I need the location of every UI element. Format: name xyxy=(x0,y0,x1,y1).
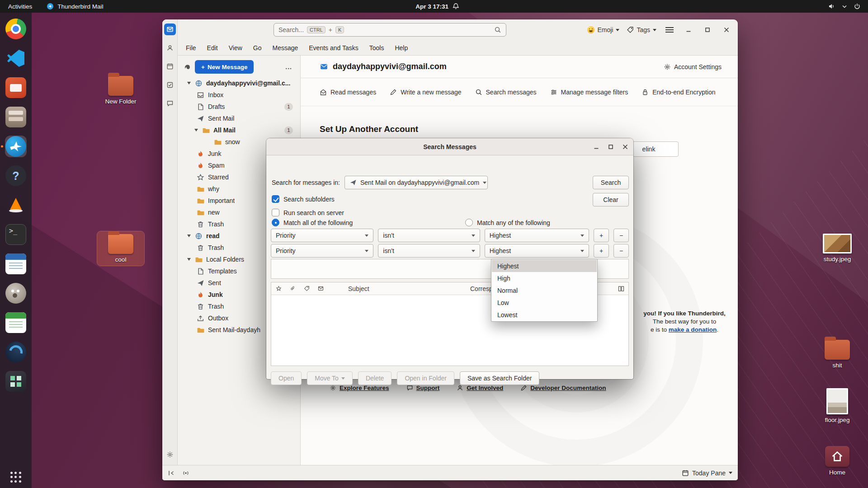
search-button[interactable]: Search xyxy=(593,176,629,189)
clear-button[interactable]: Clear xyxy=(593,193,629,206)
menu-view[interactable]: View xyxy=(223,40,248,56)
get-involved-link[interactable]: Get Involved xyxy=(457,385,503,391)
system-status-area[interactable] xyxy=(825,0,864,13)
minimize-button[interactable] xyxy=(683,24,694,36)
manage-message-filters-button[interactable]: Manage message filters xyxy=(550,89,628,96)
folder-drafts[interactable]: Drafts1 xyxy=(178,101,300,113)
subject-column-header[interactable]: Subject xyxy=(348,285,369,292)
app-menu-button[interactable] xyxy=(664,24,675,36)
desktop-icon-study-jpeg[interactable]: study.jpeg xyxy=(814,231,861,265)
save-as-search-folder-button[interactable]: Save as Search Folder xyxy=(460,371,539,385)
menu-option-highest[interactable]: Highest xyxy=(492,260,597,272)
dock-files[interactable] xyxy=(5,106,27,128)
menu-events-and-tasks[interactable]: Events and Tasks xyxy=(303,40,363,56)
desktop-icon-home[interactable]: Home xyxy=(814,443,861,479)
new-message-button[interactable]: + New Message xyxy=(195,60,254,74)
dock-thunderbird[interactable] xyxy=(5,136,27,157)
chat-space-button[interactable] xyxy=(164,98,176,109)
expander-icon[interactable] xyxy=(183,258,195,261)
rule-operator-select[interactable]: isn't xyxy=(378,244,480,258)
expander-icon[interactable] xyxy=(183,235,195,237)
read-messages-button[interactable]: Read messages xyxy=(320,89,376,96)
tasks-space-button[interactable] xyxy=(164,79,176,91)
account-settings-button[interactable]: Account Settings xyxy=(664,63,722,70)
dock-chrome[interactable] xyxy=(5,18,27,40)
menu-help[interactable]: Help xyxy=(389,40,413,56)
search-messages-button[interactable]: Search messages xyxy=(475,89,537,96)
columns-picker-icon[interactable] xyxy=(618,285,625,292)
dock-gimp[interactable] xyxy=(5,282,27,304)
emoji-menu-button[interactable]: Emoji xyxy=(587,26,619,33)
rule-value-select[interactable]: Highest xyxy=(485,229,589,242)
open-button[interactable]: Open xyxy=(271,371,302,385)
dock-help[interactable] xyxy=(5,165,27,187)
menu-tools[interactable]: Tools xyxy=(364,40,390,56)
menu-option-normal[interactable]: Normal xyxy=(492,284,597,296)
clock-button[interactable]: Apr 3 17:31 xyxy=(415,0,459,13)
dock-terminal[interactable] xyxy=(5,224,27,245)
folder-sent-mail[interactable]: Sent Mail xyxy=(178,113,300,124)
attachment-column-icon[interactable] xyxy=(290,286,296,291)
activities-button[interactable]: Activities xyxy=(0,0,40,13)
open-in-folder-button[interactable]: Open in Folder xyxy=(397,371,454,385)
folder-all-mail[interactable]: All Mail1 xyxy=(178,124,300,136)
maximize-button[interactable] xyxy=(702,24,713,36)
remove-rule-button[interactable]: − xyxy=(613,229,629,242)
rule-value-select-open[interactable]: Highest xyxy=(485,244,589,258)
dock-writer[interactable] xyxy=(5,253,27,275)
dock-software[interactable] xyxy=(5,371,27,392)
developer-documentation-link[interactable]: Developer Documentation xyxy=(520,385,606,391)
menu-file[interactable]: File xyxy=(180,40,202,56)
tags-menu-button[interactable]: Tags xyxy=(627,26,656,33)
minimize-icon[interactable] xyxy=(593,143,600,150)
rule-operator-select[interactable]: isn't xyxy=(378,229,480,242)
spaces-settings-button[interactable] xyxy=(164,449,176,460)
add-rule-button[interactable]: + xyxy=(594,229,609,242)
dock-impress[interactable] xyxy=(5,77,27,99)
show-applications-button[interactable] xyxy=(10,472,21,483)
move-to-button[interactable]: Move To xyxy=(307,371,353,385)
collapse-pane-icon[interactable] xyxy=(168,469,175,477)
close-icon[interactable] xyxy=(622,143,629,150)
menu-option-high[interactable]: High xyxy=(492,272,597,284)
support-link[interactable]: Support xyxy=(406,385,440,391)
dock-vlc[interactable] xyxy=(5,194,27,216)
calendar-space-button[interactable] xyxy=(164,61,176,72)
dock-vscode[interactable] xyxy=(5,47,27,69)
read-column-icon[interactable] xyxy=(318,286,324,291)
maximize-icon[interactable] xyxy=(607,143,614,150)
rule-attribute-select[interactable]: Priority xyxy=(271,229,373,242)
tag-column-icon[interactable] xyxy=(304,286,310,291)
run-search-on-server-checkbox[interactable] xyxy=(272,209,279,216)
end-to-end-encryption-button[interactable]: End-to-end Encryption xyxy=(642,89,715,96)
expander-icon[interactable] xyxy=(190,129,202,131)
menu-option-lowest[interactable]: Lowest xyxy=(492,309,597,321)
star-column-icon[interactable] xyxy=(276,286,282,291)
desktop-icon-cool[interactable]: cool xyxy=(97,231,144,266)
desktop-icon-shit[interactable]: shit xyxy=(814,337,861,371)
write-a-new-message-button[interactable]: Write a new message xyxy=(390,89,461,96)
make-a-donation-link[interactable]: make a donation xyxy=(669,326,717,333)
close-button[interactable] xyxy=(721,24,732,36)
search-folder-select[interactable]: Sent Mail on daydayhappyvivi@gmail.com xyxy=(344,176,488,189)
dock-firefox[interactable] xyxy=(5,341,27,363)
addressbook-space-button[interactable] xyxy=(164,42,176,54)
match-all-radio[interactable] xyxy=(272,219,279,226)
rule-attribute-select[interactable]: Priority xyxy=(271,244,373,258)
explore-features-link[interactable]: Explore Features xyxy=(330,385,389,391)
dock-calc[interactable] xyxy=(5,312,27,333)
folder-daydayhappyvivi-gmail-c[interactable]: daydayhappyvivi@gmail.c... xyxy=(178,77,300,89)
mail-space-button[interactable] xyxy=(164,23,176,35)
menu-option-low[interactable]: Low xyxy=(492,296,597,309)
folder-pane-options-button[interactable]: ... xyxy=(282,63,296,70)
menu-go[interactable]: Go xyxy=(248,40,267,56)
focused-app-menu[interactable]: Thunderbird Mail xyxy=(40,0,109,13)
match-any-radio[interactable] xyxy=(465,219,473,226)
search-subfolders-checkbox[interactable] xyxy=(272,195,279,203)
expander-icon[interactable] xyxy=(183,82,195,84)
global-search-input[interactable]: Search... CTRL + K xyxy=(274,23,506,37)
remove-rule-button[interactable]: − xyxy=(613,244,629,258)
add-rule-button[interactable]: + xyxy=(594,244,609,258)
desktop-icon-new-folder[interactable]: New Folder xyxy=(97,73,144,108)
menu-message[interactable]: Message xyxy=(267,40,303,56)
